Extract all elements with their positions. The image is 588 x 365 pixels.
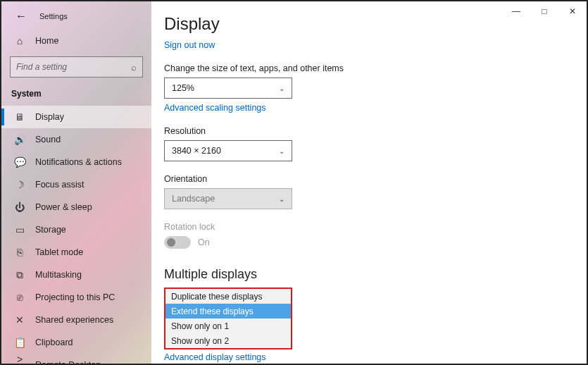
resolution-label: Resolution — [164, 126, 587, 136]
home-icon: ⌂ — [14, 35, 25, 47]
sidebar-item-label: Sound — [35, 135, 61, 144]
tablet-mode-icon: ⎘ — [14, 247, 25, 258]
sidebar-item-label: Remote Desktop — [35, 360, 101, 364]
rotation-toggle — [164, 236, 191, 249]
multiple-displays-dropdown[interactable]: Duplicate these displaysExtend these dis… — [164, 287, 292, 349]
sidebar-item-label: Multitasking — [35, 270, 82, 280]
chevron-down-icon: ⌄ — [279, 85, 284, 92]
sidebar-item-display[interactable]: 🖥Display — [1, 106, 151, 128]
orientation-label: Orientation — [164, 174, 587, 184]
notifications-actions-icon: 💬 — [14, 156, 25, 168]
multi-option[interactable]: Show only on 1 — [165, 318, 291, 333]
search-field[interactable] — [16, 62, 131, 72]
sidebar-item-label: Display — [35, 112, 64, 122]
sidebar-item-label: Clipboard — [35, 338, 73, 347]
power-sleep-icon: ⏻ — [14, 202, 25, 213]
remote-desktop-icon: >< — [14, 354, 25, 364]
section-label: System — [1, 86, 151, 106]
sidebar-item-tablet-mode[interactable]: ⎘Tablet mode — [1, 241, 151, 264]
back-button[interactable]: ← — [15, 10, 27, 23]
clipboard-icon: 📋 — [14, 337, 25, 348]
sign-out-link[interactable]: Sign out now — [164, 40, 215, 50]
main-content: Display Sign out now Change the size of … — [151, 1, 587, 364]
shared-experiences-icon: ✕ — [14, 314, 25, 326]
multi-option[interactable]: Extend these displays — [165, 304, 291, 318]
advanced-scaling-link[interactable]: Advanced scaling settings — [164, 103, 266, 113]
close-button[interactable]: ✕ — [558, 1, 587, 21]
multi-option[interactable]: Show only on 2 — [165, 333, 291, 348]
maximize-button[interactable]: □ — [530, 1, 558, 21]
scale-label: Change the size of text, apps, and other… — [164, 63, 587, 73]
chevron-down-icon: ⌄ — [279, 147, 284, 155]
sidebar: ← Settings ⌂ Home ⌕ System 🖥Display🔊Soun… — [1, 1, 151, 364]
sidebar-item-projecting-to-this-pc[interactable]: ⎚Projecting to this PC — [1, 286, 151, 309]
projecting-to-this-pc-icon: ⎚ — [14, 292, 25, 303]
multitasking-icon: ⧉ — [14, 269, 25, 281]
sidebar-item-label: Power & sleep — [35, 202, 92, 212]
display-icon: 🖥 — [14, 111, 25, 123]
orientation-value: Landscape — [172, 194, 215, 204]
scale-select[interactable]: 125% ⌄ — [164, 78, 292, 99]
multiple-displays-header: Multiple displays — [164, 267, 587, 282]
advanced-display-link[interactable]: Advanced display settings — [164, 352, 266, 362]
sidebar-item-shared-experiences[interactable]: ✕Shared experiences — [1, 309, 151, 331]
rotation-label: Rotation lock — [164, 222, 587, 232]
multi-option[interactable]: Duplicate these displays — [165, 289, 291, 304]
resolution-value: 3840 × 2160 — [172, 146, 221, 156]
sidebar-item-sound[interactable]: 🔊Sound — [1, 128, 151, 151]
search-icon: ⌕ — [131, 62, 137, 73]
sidebar-item-label: Tablet mode — [35, 247, 83, 257]
sidebar-item-label: Storage — [35, 225, 66, 235]
sidebar-item-label: Shared experiences — [35, 315, 113, 325]
chevron-down-icon: ⌄ — [279, 195, 284, 203]
sidebar-item-clipboard[interactable]: 📋Clipboard — [1, 331, 151, 354]
rotation-state: On — [198, 237, 210, 247]
sidebar-item-label: Focus assist — [35, 180, 84, 190]
sidebar-item-remote-desktop[interactable]: ><Remote Desktop — [1, 354, 151, 364]
sidebar-item-focus-assist[interactable]: ☽Focus assist — [1, 173, 151, 196]
storage-icon: ▭ — [14, 224, 25, 235]
sound-icon: 🔊 — [14, 134, 25, 145]
sidebar-item-multitasking[interactable]: ⧉Multitasking — [1, 264, 151, 286]
sidebar-item-power-sleep[interactable]: ⏻Power & sleep — [1, 196, 151, 218]
orientation-select: Landscape ⌄ — [164, 188, 292, 209]
scale-value: 125% — [172, 83, 194, 93]
sidebar-item-notifications-actions[interactable]: 💬Notifications & actions — [1, 151, 151, 173]
resolution-select[interactable]: 3840 × 2160 ⌄ — [164, 140, 292, 161]
sidebar-item-label: Projecting to this PC — [35, 292, 115, 302]
home-label: Home — [35, 36, 58, 46]
sidebar-item-label: Notifications & actions — [35, 157, 122, 167]
focus-assist-icon: ☽ — [14, 179, 25, 190]
home-button[interactable]: ⌂ Home — [1, 30, 151, 52]
search-input[interactable]: ⌕ — [10, 56, 143, 78]
minimize-button[interactable]: — — [502, 1, 530, 21]
sidebar-item-storage[interactable]: ▭Storage — [1, 218, 151, 241]
app-title: Settings — [39, 12, 68, 20]
